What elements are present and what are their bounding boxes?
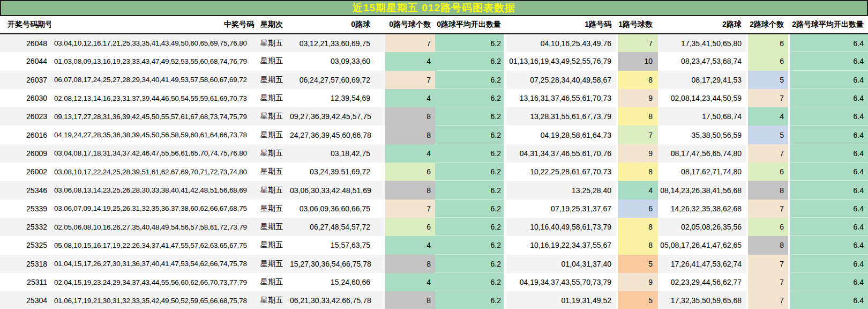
column-header-10: 2路号球平均开出数量 — [788, 16, 868, 34]
weekday-cell: 星期五 — [257, 163, 289, 181]
road0-avg-cell: 6.2 — [435, 255, 506, 273]
road0-avg-cell: 6.2 — [435, 107, 506, 126]
road2-count-cell: 7 — [746, 255, 788, 273]
table-row: 2533202,05,06,08,10,16,26,27,35,40,48,49… — [0, 218, 868, 236]
road1-balls-cell: 01,13,16,19,43,49,52,55,76,79 — [506, 52, 616, 70]
table-row: 2534603,06,08,13,14,23,25,26,28,30,33,38… — [0, 181, 868, 199]
road1-count-cell: 5 — [616, 255, 658, 273]
road0-balls-cell: 24,27,36,39,45,60,66,78 — [289, 126, 385, 144]
header-row: 开奖号码期号中奖号码星期次0路球0路号球个数0路球平均开出数量1路号码1路号球数… — [0, 16, 868, 34]
table-row: 2603002,08,12,13,14,16,23,31,37,39,44,46… — [0, 89, 868, 107]
column-header-5: 0路球平均开出数量 — [435, 16, 506, 34]
road1-count-cell: 8 — [616, 218, 658, 236]
weekday-cell: 星期五 — [257, 144, 289, 163]
road0-avg-cell: 6.2 — [435, 163, 506, 181]
road0-avg-cell: 6.2 — [435, 34, 506, 52]
road2-avg-cell: 6.4 — [788, 218, 868, 236]
weekday-cell: 星期五 — [257, 89, 289, 107]
road2-balls-cell: 08,23,47,53,68,74 — [658, 52, 746, 70]
road2-balls-cell: 17,50,68,74 — [658, 107, 746, 126]
table-header: 开奖号码期号中奖号码星期次0路球0路号球个数0路球平均开出数量1路号码1路号球数… — [0, 16, 868, 34]
road0-balls-cell: 03,06,09,36,60,66,75 — [289, 200, 385, 218]
table-row: 2602309,13,17,27,28,31,36,39,42,45,50,55… — [0, 107, 868, 126]
road2-balls-cell: 17,35,41,50,65,80 — [658, 34, 746, 52]
winning-numbers-cell: 06,07,08,17,24,25,27,28,29,34,40,41,49,5… — [51, 71, 257, 89]
road0-avg-cell: 6.2 — [435, 144, 506, 163]
road1-count-cell: 5 — [616, 291, 658, 309]
road2-balls-cell: 08,14,23,26,38,41,56,68 — [658, 181, 746, 199]
road1-balls-cell: 13,28,31,55,61,67,73,79 — [506, 107, 616, 126]
period-cell: 25318 — [0, 255, 51, 273]
road1-count-cell: 7 — [616, 126, 658, 144]
weekday-cell: 星期五 — [257, 291, 289, 309]
winning-numbers-cell: 03,04,10,12,16,17,21,25,33,35,41,43,49,5… — [51, 34, 257, 52]
road2-count-cell: 6 — [746, 218, 788, 236]
road0-avg-cell: 6.2 — [435, 71, 506, 89]
road2-count-cell: 4 — [746, 107, 788, 126]
road1-balls-cell: 10,22,25,28,61,67,70,73 — [506, 163, 616, 181]
road0-avg-cell: 6.2 — [435, 181, 506, 199]
period-cell: 26002 — [0, 163, 51, 181]
road0-count-cell: 7 — [385, 71, 435, 89]
winning-numbers-cell: 02,04,15,19,23,24,29,34,37,43,44,55,56,6… — [51, 273, 257, 291]
table-row: 2603706,07,08,17,24,25,27,28,29,34,40,41… — [0, 71, 868, 89]
winning-numbers-cell: 03,04,08,17,18,31,34,37,42,46,47,55,56,6… — [51, 144, 257, 163]
road2-count-cell: 5 — [746, 71, 788, 89]
winning-numbers-cell: 02,08,12,13,14,16,23,31,37,39,44,46,50,5… — [51, 89, 257, 107]
road1-balls-cell: 04,19,34,37,43,55,70,73,79 — [506, 273, 616, 291]
road1-count-cell: 8 — [616, 107, 658, 126]
road0-avg-cell: 6.2 — [435, 200, 506, 218]
table-row: 2531801,04,15,17,26,27,30,31,36,37,40,41… — [0, 255, 868, 273]
table-row: 2530401,06,17,19,21,30,31,32,33,35,42,49… — [0, 291, 868, 309]
road0-balls-cell: 06,27,48,54,57,72 — [289, 218, 385, 236]
road0-count-cell: 8 — [385, 255, 435, 273]
road0-avg-cell: 6.2 — [435, 89, 506, 107]
road1-balls-cell: 01,19,31,49,52 — [506, 291, 616, 309]
road0-count-cell: 7 — [385, 34, 435, 52]
road2-count-cell: 7 — [746, 273, 788, 291]
road2-avg-cell: 6.4 — [788, 163, 868, 181]
road0-balls-cell: 06,21,30,33,42,66,75,78 — [289, 291, 385, 309]
road1-balls-cell: 07,19,25,31,37,67 — [506, 200, 616, 218]
road2-avg-cell: 6.4 — [788, 273, 868, 291]
road2-count-cell: 6 — [746, 34, 788, 52]
weekday-cell: 星期五 — [257, 34, 289, 52]
road2-count-cell: 6 — [746, 52, 788, 70]
winning-numbers-cell: 01,03,08,09,13,16,19,23,33,43,47,49,52,5… — [51, 52, 257, 70]
road2-count-cell: 8 — [746, 181, 788, 199]
table-row: 2531102,04,15,19,23,24,29,34,37,43,44,55… — [0, 273, 868, 291]
column-header-7: 1路号球数 — [616, 16, 658, 34]
weekday-cell: 星期五 — [257, 200, 289, 218]
table-row: 2600203,08,10,17,22,24,25,28,39,51,61,62… — [0, 163, 868, 181]
road0-balls-cell: 09,27,36,39,42,45,57,75 — [289, 107, 385, 126]
road0-count-cell: 8 — [385, 181, 435, 199]
road0-count-cell: 4 — [385, 89, 435, 107]
road1-balls-cell: 04,10,16,25,43,49,76 — [506, 34, 616, 52]
road0-avg-cell: 6.2 — [435, 291, 506, 309]
road0-balls-cell: 15,24,60,66 — [289, 273, 385, 291]
table-body: 2604803,04,10,12,16,17,21,25,33,35,41,43… — [0, 34, 868, 309]
road0-balls-cell: 03,18,42,75 — [289, 144, 385, 163]
winning-numbers-cell: 09,13,17,27,28,31,36,39,42,45,50,55,57,6… — [51, 107, 257, 126]
road0-balls-cell: 03,06,30,33,42,48,51,69 — [289, 181, 385, 199]
weekday-cell: 星期五 — [257, 181, 289, 199]
road1-balls-cell: 07,25,28,34,40,49,58,67 — [506, 71, 616, 89]
road1-count-cell: 8 — [616, 71, 658, 89]
road0-balls-cell: 12,39,54,69 — [289, 89, 385, 107]
road1-balls-cell: 10,16,40,49,58,61,73,79 — [506, 218, 616, 236]
page-title: 近15期星期五 012路号码图表数据 — [0, 0, 868, 16]
road0-balls-cell: 03,12,21,33,60,69,75 — [289, 34, 385, 52]
road2-avg-cell: 6.4 — [788, 255, 868, 273]
road0-count-cell: 7 — [385, 200, 435, 218]
period-cell: 26030 — [0, 89, 51, 107]
road2-balls-cell: 35,38,50,56,59 — [658, 126, 746, 144]
period-cell: 25339 — [0, 200, 51, 218]
road0-avg-cell: 6.2 — [435, 218, 506, 236]
period-cell: 25332 — [0, 218, 51, 236]
road2-count-cell: 7 — [746, 291, 788, 309]
column-header-2: 星期次 — [257, 16, 289, 34]
road2-balls-cell: 02,05,08,26,35,56 — [658, 218, 746, 236]
column-header-0: 开奖号码期号 — [0, 16, 51, 34]
road2-balls-cell: 08,17,47,56,65,74,80 — [658, 144, 746, 163]
road2-avg-cell: 6.4 — [788, 181, 868, 199]
